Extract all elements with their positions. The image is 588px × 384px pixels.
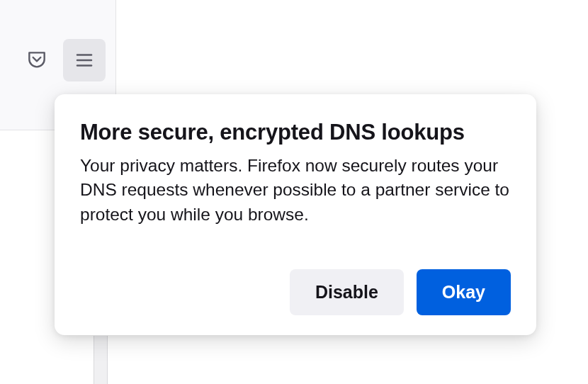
pocket-button[interactable] [19, 39, 55, 81]
dialog-actions: Disable Okay [80, 269, 511, 315]
disable-button[interactable]: Disable [290, 269, 404, 315]
content-edge-strip [94, 336, 108, 384]
dialog-title: More secure, encrypted DNS lookups [80, 120, 511, 145]
menu-icon [74, 50, 95, 71]
dns-lookup-dialog: More secure, encrypted DNS lookups Your … [55, 94, 536, 335]
pocket-icon [26, 49, 48, 72]
dialog-body: Your privacy matters. Firefox now secure… [80, 154, 511, 227]
app-menu-button[interactable] [63, 39, 106, 81]
okay-button[interactable]: Okay [417, 269, 511, 315]
toolbar-icon-group [19, 39, 106, 81]
